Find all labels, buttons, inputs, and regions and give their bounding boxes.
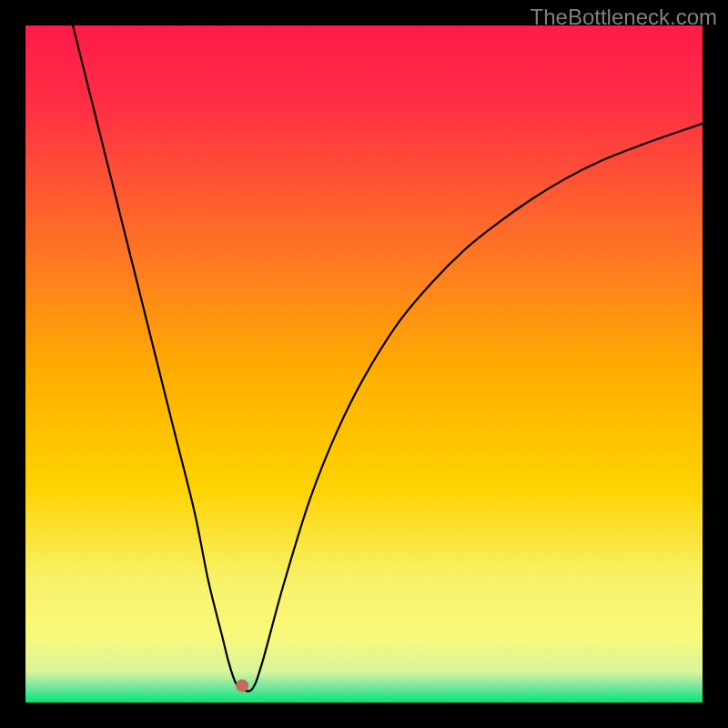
chart-frame: TheBottleneck.com — [0, 0, 728, 728]
curve-layer — [25, 25, 703, 703]
plot-area — [25, 25, 703, 703]
bottleneck-curve — [73, 25, 703, 692]
watermark-text: TheBottleneck.com — [531, 5, 717, 30]
optimal-point-marker — [236, 679, 248, 692]
